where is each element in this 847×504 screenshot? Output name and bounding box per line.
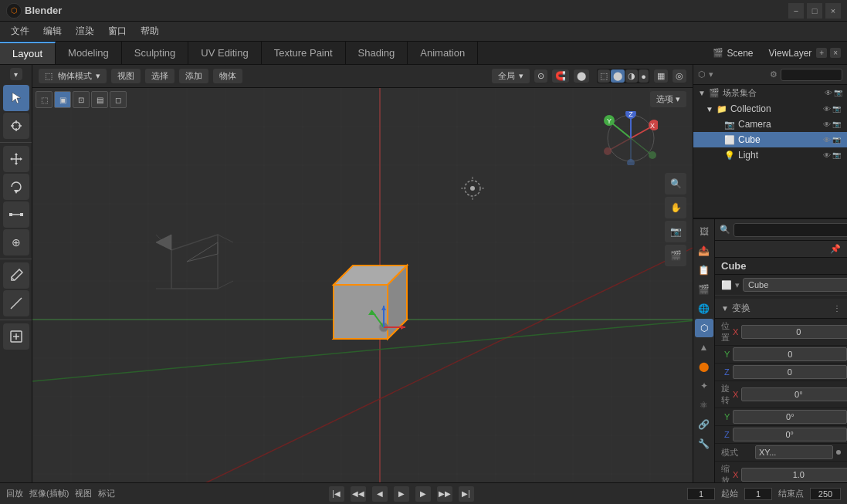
prop-icon-physics[interactable]: ⚛ xyxy=(695,396,713,414)
step-back-button[interactable]: ◀ xyxy=(372,486,388,502)
viewport-header-icon-4[interactable]: ▤ xyxy=(91,91,108,108)
viewport-xray-button[interactable]: ◎ xyxy=(673,69,686,83)
cube-render-icon[interactable]: 📷 xyxy=(832,136,841,144)
close-button[interactable]: × xyxy=(825,3,841,19)
measure-tool-button[interactable] xyxy=(3,290,29,316)
prop-icon-modifiers[interactable]: 🔧 xyxy=(695,435,713,453)
data-block-input[interactable] xyxy=(743,278,847,292)
timeline-playback-label[interactable]: 回放 xyxy=(6,488,23,499)
menu-item-help[interactable]: 帮助 xyxy=(134,23,165,39)
zoom-in-button[interactable]: 🔍 xyxy=(665,173,686,194)
properties-search-input[interactable] xyxy=(734,223,847,237)
light-render-icon[interactable]: 📷 xyxy=(832,151,841,160)
outliner-search-input[interactable] xyxy=(781,69,842,81)
tab-sculpting[interactable]: Sculpting xyxy=(122,42,188,64)
current-frame-input[interactable] xyxy=(687,488,715,500)
light-visibility-icon[interactable]: 👁 xyxy=(823,151,831,160)
location-y-input[interactable] xyxy=(733,347,847,361)
jump-start-button[interactable]: |◀ xyxy=(329,486,344,502)
timeline-marker-label[interactable]: 标记 xyxy=(98,488,115,499)
prop-icon-mesh[interactable]: ▲ xyxy=(695,338,713,357)
viewport-add-menu[interactable]: 添加 xyxy=(179,69,208,83)
viewport-pivot-button[interactable]: ⊙ xyxy=(534,69,547,83)
viewport-prop-edit-button[interactable]: ⬤ xyxy=(574,69,589,83)
timeline-view-label[interactable]: 视图 xyxy=(75,488,92,499)
navigation-gizmo[interactable]: X Y Z xyxy=(604,111,658,165)
cube-visibility-icon[interactable]: 👁 xyxy=(823,136,831,144)
viewport-mode-selector[interactable]: ⬚ 物体模式 ▾ xyxy=(39,69,107,83)
maximize-button[interactable]: □ xyxy=(807,3,822,19)
mode-selector-button[interactable]: ▾ xyxy=(10,68,22,80)
camera-view-button[interactable]: 📷 xyxy=(665,221,686,242)
prop-icon-constraints[interactable]: 🔗 xyxy=(695,415,713,434)
camera-visibility-icon[interactable]: 👁 xyxy=(823,120,831,129)
cube-expand-icon[interactable]: ▶ xyxy=(715,136,721,144)
timeline-keying-label[interactable]: 抠像(插帧) xyxy=(29,488,69,499)
prop-icon-view-layer[interactable]: 📋 xyxy=(695,261,713,279)
menu-item-render[interactable]: 渲染 xyxy=(69,23,100,39)
outliner-collection[interactable]: ▼ 📁 Collection 👁 📷 xyxy=(693,101,847,117)
light-expand-icon[interactable]: ▶ xyxy=(715,151,721,160)
menu-item-edit[interactable]: 编辑 xyxy=(37,23,68,39)
camera-render-icon[interactable]: 📷 xyxy=(832,120,841,129)
outliner-cube-item[interactable]: ▶ ⬜ Cube 👁 📷 xyxy=(693,132,847,147)
move-tool-button[interactable] xyxy=(3,146,29,172)
viewport-view-menu[interactable]: 视图 xyxy=(111,69,141,83)
scale-x-input[interactable] xyxy=(741,468,847,482)
menu-item-window[interactable]: 窗口 xyxy=(102,23,133,39)
tab-animation[interactable]: Animation xyxy=(408,42,478,64)
data-block-dropdown-icon[interactable]: ▾ xyxy=(735,280,740,290)
add-cube-button[interactable] xyxy=(3,323,29,350)
viewport-global-selector[interactable]: 全局 ▾ xyxy=(492,69,530,83)
next-keyframe-button[interactable]: ▶▶ xyxy=(437,486,452,502)
menu-item-file[interactable]: 文件 xyxy=(5,23,36,39)
scene-visibility-icon[interactable]: 👁 xyxy=(825,89,832,97)
scale-tool-button[interactable] xyxy=(3,201,29,228)
jump-end-button[interactable]: ▶| xyxy=(459,486,474,502)
render-region-button[interactable]: 🎬 xyxy=(665,245,686,266)
viewlayer-add-button[interactable]: + xyxy=(816,48,827,58)
viewlayer-close-button[interactable]: × xyxy=(830,48,841,58)
minimize-button[interactable]: − xyxy=(788,3,804,19)
tab-texture-paint[interactable]: Texture Paint xyxy=(262,42,346,64)
collection-render-icon[interactable]: 📷 xyxy=(832,105,841,113)
prop-icon-scene-render[interactable]: 🖼 xyxy=(695,222,713,241)
viewport-wire-button[interactable]: ⬚ xyxy=(598,69,610,83)
prop-icon-output[interactable]: 📤 xyxy=(695,242,713,260)
tab-layout[interactable]: Layout xyxy=(0,42,56,64)
pan-button[interactable]: ✋ xyxy=(665,197,686,218)
viewport-object-menu[interactable]: 物体 xyxy=(213,69,242,83)
viewport-render-button[interactable]: ● xyxy=(639,69,649,83)
transform-section-header[interactable]: ▼ 变换 ⋮ xyxy=(715,299,847,319)
transform-options-icon[interactable]: ⋮ xyxy=(833,304,841,313)
start-frame-input[interactable] xyxy=(744,488,772,500)
prop-icon-particles[interactable]: ✦ xyxy=(695,377,713,395)
cursor-tool-button[interactable] xyxy=(3,113,29,139)
end-frame-input[interactable] xyxy=(810,488,841,500)
outliner-camera-item[interactable]: ▶ 📷 Camera 👁 📷 xyxy=(693,117,847,132)
viewport-3d[interactable]: ⬚ ▣ ⊡ ▤ ◻ 用户透视 (1) Collection | Cube 选项 … xyxy=(32,88,693,482)
viewport-snap-button[interactable]: 🧲 xyxy=(552,69,569,83)
location-z-input[interactable] xyxy=(733,365,847,379)
viewport-header-icon-3[interactable]: ⊡ xyxy=(73,91,90,108)
prop-icon-world[interactable]: 🌐 xyxy=(695,299,713,318)
tab-modeling[interactable]: Modeling xyxy=(56,42,122,64)
viewport-options-button[interactable]: 选项 ▾ xyxy=(650,91,686,107)
rotation-z-input[interactable] xyxy=(733,428,847,441)
rotation-y-input[interactable] xyxy=(733,410,847,424)
viewport-header-icon-2[interactable]: ▣ xyxy=(54,91,71,108)
location-x-input[interactable] xyxy=(741,325,847,339)
collection-expand-icon[interactable]: ▼ xyxy=(706,105,713,113)
viewport-solid-button[interactable]: ⬤ xyxy=(611,69,625,83)
viewport-select-menu[interactable]: 选择 xyxy=(145,69,174,83)
viewport-header-icon-5[interactable]: ◻ xyxy=(110,91,127,108)
viewport-header-icon-1[interactable]: ⬚ xyxy=(36,91,53,108)
outliner-light-item[interactable]: ▶ 💡 Light 👁 📷 xyxy=(693,147,847,163)
camera-expand-icon[interactable]: ▶ xyxy=(715,120,721,129)
prev-keyframe-button[interactable]: ◀◀ xyxy=(351,486,366,502)
prop-icon-material[interactable]: ⬤ xyxy=(695,357,713,376)
tab-uv-editing[interactable]: UV Editing xyxy=(188,42,261,64)
collection-visibility-icon[interactable]: 👁 xyxy=(823,105,831,113)
play-button[interactable]: ▶ xyxy=(394,486,409,502)
viewport-overlay-button[interactable]: ▦ xyxy=(654,69,668,83)
